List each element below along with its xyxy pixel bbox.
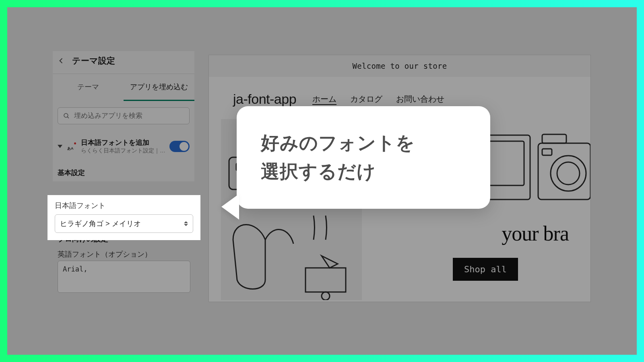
japanese-font-select[interactable]: ヒラギノ角ゴ > メイリオ [55, 214, 193, 233]
svg-point-9 [551, 156, 586, 191]
caret-down-icon [58, 145, 62, 148]
hero-headline: your bra [502, 222, 569, 245]
search-input[interactable] [74, 112, 184, 120]
japanese-font-card: 日本語フォント ヒラギノ角ゴ > メイリオ [47, 195, 200, 240]
tooltip-text: 好みのフォントを 選択するだけ [261, 129, 466, 186]
search-icon [63, 112, 70, 119]
english-font-label: 英語フォント（オプション） [58, 249, 152, 259]
svg-rect-12 [542, 149, 552, 155]
app-enable-toggle[interactable] [169, 141, 190, 152]
embedded-app-row[interactable]: あA 日本語フォントを追加 らくらく日本語フォント設定｜… [58, 138, 190, 154]
app-subtitle: らくらく日本語フォント設定｜… [81, 147, 165, 154]
sidebar-tabs: テーマ アプリを埋め込む [53, 74, 194, 101]
svg-line-1 [67, 117, 69, 118]
store-brand: ja-font-app [233, 91, 296, 107]
japanese-font-value: ヒラギノ角ゴ > メイリオ [60, 219, 141, 228]
select-chevron-icon [184, 221, 188, 226]
nav-home[interactable]: ホーム [312, 94, 336, 105]
sidebar-title: テーマ設定 [72, 55, 115, 66]
app-icon: あA [67, 142, 77, 151]
chevron-left-icon [57, 57, 65, 65]
announcement-bar: Welcome to our store [209, 55, 590, 77]
app-title: 日本語フォントを追加 [81, 138, 165, 147]
tooltip-tail-icon [221, 194, 239, 220]
tooltip-bubble: 好みのフォントを 選択するだけ [237, 106, 490, 209]
svg-point-10 [557, 162, 580, 185]
nav-catalog[interactable]: カタログ [350, 94, 382, 105]
theme-settings-sidebar: テーマ設定 テーマ アプリを埋め込む あA [53, 51, 194, 181]
english-font-textarea[interactable] [58, 261, 190, 293]
search-input-wrap[interactable] [58, 107, 190, 124]
svg-rect-7 [488, 141, 524, 185]
shop-all-button[interactable]: Shop all [453, 258, 518, 281]
svg-rect-11 [542, 134, 566, 143]
tab-embed-app[interactable]: アプリを埋め込む [124, 74, 194, 101]
japanese-font-label: 日本語フォント [55, 201, 193, 210]
nav-contact[interactable]: お問い合わせ [396, 94, 444, 105]
tab-theme[interactable]: テーマ [53, 74, 124, 101]
back-button[interactable] [56, 56, 66, 66]
basic-settings-label: 基本設定 [53, 154, 194, 181]
svg-point-0 [64, 113, 68, 117]
hero-illustration-right [478, 119, 590, 228]
